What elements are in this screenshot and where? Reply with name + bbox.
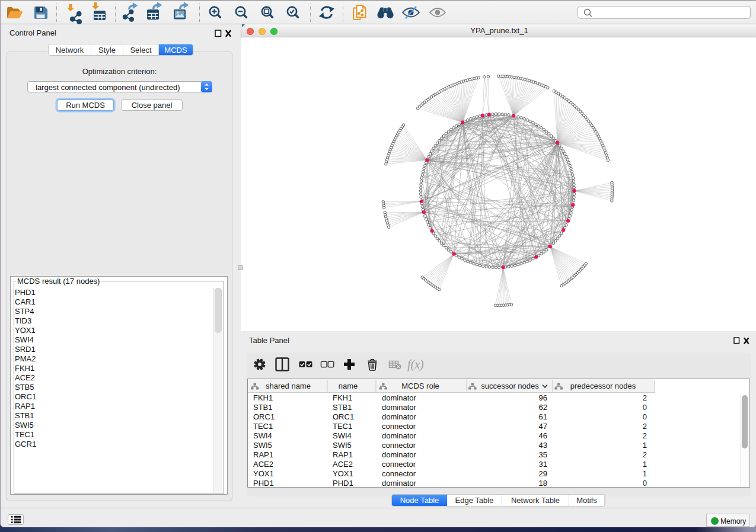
svg-text:f(x): f(x)	[407, 358, 424, 371]
